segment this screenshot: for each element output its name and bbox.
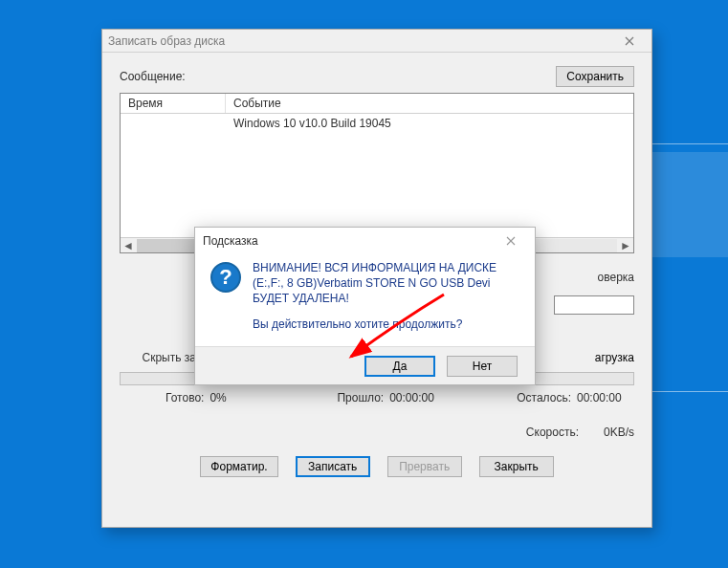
save-button[interactable]: Сохранить	[556, 66, 634, 87]
scroll-left-icon[interactable]: ◄	[121, 239, 136, 252]
elapsed-value: 00:00:00	[389, 391, 447, 404]
ready-label: Готово:	[165, 391, 204, 404]
file-path-input[interactable]	[554, 295, 634, 315]
format-button[interactable]: Форматир.	[200, 456, 277, 477]
remain-value: 00:00:00	[577, 391, 634, 404]
scroll-right-icon[interactable]: ►	[618, 239, 633, 252]
verify-checkbox[interactable]: оверка	[598, 271, 634, 284]
dialog-title: Подсказка	[203, 234, 495, 248]
dialog-message: ВНИМАНИЕ! ВСЯ ИНФОРМАЦИЯ НА ДИСКЕ (E:,F:…	[253, 260, 519, 341]
dialog-confirm-text: Вы действительно хотите продолжить?	[253, 317, 519, 332]
speed-label: Скорость:	[526, 426, 579, 439]
yes-button[interactable]: Да	[364, 356, 435, 377]
ready-value: 0%	[210, 391, 267, 404]
remain-label: Осталось:	[517, 391, 571, 404]
close-icon[interactable]	[613, 32, 646, 51]
speed-value: 0KB/s	[586, 426, 634, 439]
cell-event: Windows 10 v10.0 Build 19045	[226, 114, 633, 133]
cell-time	[121, 114, 226, 133]
window-title: Записать образ диска	[108, 34, 613, 48]
write-button[interactable]: Записать	[296, 456, 370, 477]
elapsed-label: Прошло:	[337, 391, 384, 404]
hide-label-fragment: Скрыть за	[120, 351, 206, 364]
confirm-dialog: Подсказка ? ВНИМАНИЕ! ВСЯ ИНФОРМАЦИЯ НА …	[194, 227, 536, 385]
titlebar: Записать образ диска	[102, 30, 651, 53]
no-button[interactable]: Нет	[447, 356, 518, 377]
table-row: Windows 10 v10.0 Build 19045	[121, 114, 633, 133]
column-header-event[interactable]: Событие	[226, 94, 633, 113]
download-label-fragment: агрузка	[595, 351, 634, 364]
dialog-close-icon[interactable]	[495, 231, 527, 251]
close-button[interactable]: Закрыть	[479, 456, 554, 477]
question-icon: ?	[210, 262, 241, 293]
abort-button[interactable]: Прервать	[387, 456, 462, 477]
verify-label-fragment: оверка	[598, 271, 634, 284]
column-header-time[interactable]: Время	[121, 94, 226, 113]
message-label: Сообщение:	[120, 70, 186, 83]
dialog-warning-text: ВНИМАНИЕ! ВСЯ ИНФОРМАЦИЯ НА ДИСКЕ (E:,F:…	[253, 260, 519, 307]
